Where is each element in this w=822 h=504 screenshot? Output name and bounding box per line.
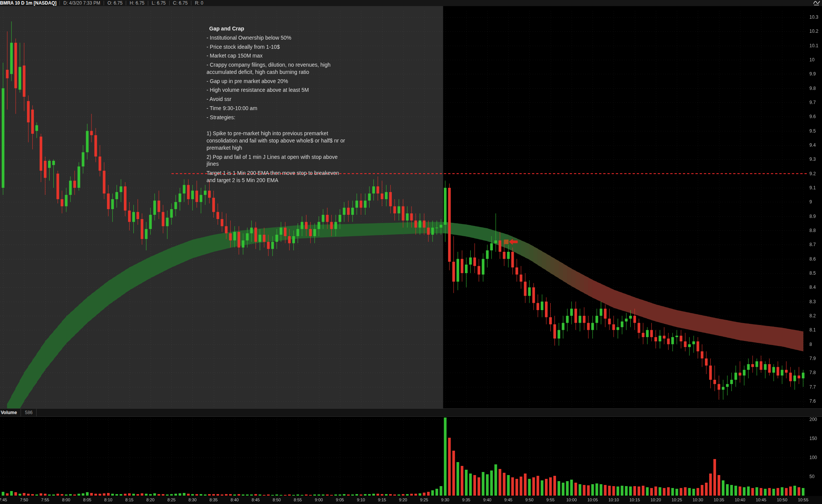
quote-low-field: L: 6.75 xyxy=(148,0,169,6)
note-bullet: - Strategies: xyxy=(207,114,346,121)
note-strategy: Target 1 is 1 Min 200 EMA then move stop… xyxy=(207,170,346,184)
note-bullet: - Gap up in pre market above 20% xyxy=(207,78,346,85)
quote-open-field: O: 6.75 xyxy=(104,0,126,6)
quote-high-field: H: 6.75 xyxy=(126,0,148,6)
note-bullet: - Price stock ideally from 1-10$ xyxy=(207,43,346,51)
quote-bar: BMRA 10 D 1m [NASDAQ] D: 4/3/20 7:33 PM … xyxy=(0,0,822,6)
note-bullet: - Time 9:30-10:00 am xyxy=(207,105,346,112)
quote-range-field: R: 0 xyxy=(191,0,207,6)
note-bullet: - Avoid ssr xyxy=(207,96,346,103)
note-bullet: - Market cap 150M max xyxy=(207,52,346,59)
note-spacer xyxy=(207,123,346,130)
quote-date-field: D: 4/3/20 7:33 PM xyxy=(60,0,104,6)
volume-value: 586 xyxy=(21,409,37,416)
indicator-curve-icon[interactable] xyxy=(812,0,821,6)
note-strategy: 1) Spike to pre-market high into previou… xyxy=(207,130,346,151)
note-bullet: - High volume resistance above at least … xyxy=(207,86,346,94)
note-bullet: - Institutional Ownership below 50% xyxy=(207,34,346,42)
strategy-note[interactable]: Gap and Crap - Institutional Ownership b… xyxy=(207,25,346,186)
trading-chart-window: BMRA 10 D 1m [NASDAQ] D: 4/3/20 7:33 PM … xyxy=(0,0,822,504)
volume-pane-header: Volume 586 xyxy=(0,408,822,417)
note-bullet: - Crappy company filings, dilution, no r… xyxy=(207,61,346,76)
note-strategy: 2) Pop and fail of 1 min J Lines at open… xyxy=(207,154,346,168)
symbol-title[interactable]: BMRA 10 D 1m [NASDAQ] xyxy=(0,0,59,6)
note-title: Gap and Crap xyxy=(207,25,346,32)
quote-close-field: C: 6.75 xyxy=(170,0,191,6)
volume-label: Volume xyxy=(0,410,21,415)
price-chart-canvas[interactable] xyxy=(0,6,822,504)
